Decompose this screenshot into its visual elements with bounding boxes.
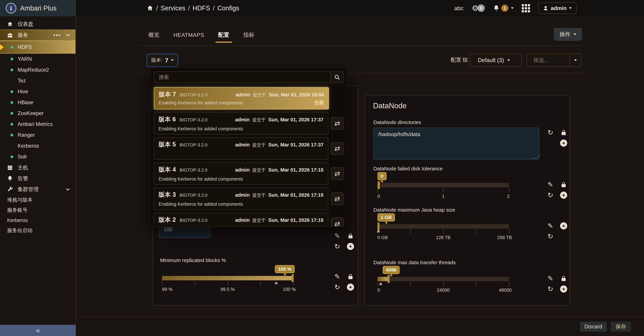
save-button[interactable]: 保存 <box>610 322 631 331</box>
discard-button[interactable]: Discard <box>580 322 607 331</box>
version-item[interactable]: 版本 6 BIGTOP-3.2.0 admin 提交于 Sun, Mar 01,… <box>154 112 328 135</box>
breadcrumb-services[interactable]: Services <box>161 5 186 12</box>
slider-track[interactable] <box>378 277 509 281</box>
edit-icon[interactable]: ✎ <box>548 222 553 229</box>
lock-icon[interactable] <box>348 273 354 280</box>
version-item[interactable]: 版本 7 BIGTOP-3.2.0 admin 提交于 Sun, Mar 01,… <box>154 87 329 109</box>
lock-icon[interactable] <box>560 130 567 136</box>
sidebar-service-kerberos[interactable]: Kerberos <box>0 141 76 151</box>
sidebar-service-mapreduce2[interactable]: MapReduce2 <box>0 65 76 75</box>
undo-icon[interactable]: ↻ <box>334 243 340 250</box>
sidebar-item-label: 堆栈与版本 <box>7 196 32 203</box>
compare-version-button[interactable]: ⇄ <box>331 218 344 227</box>
config-filter-dropdown-toggle[interactable] <box>570 54 581 67</box>
version-item[interactable]: 版本 4 BIGTOP-3.2.0 admin 提交于 Sun, Mar 01,… <box>154 162 328 185</box>
override-plus-icon[interactable]: + <box>560 285 567 292</box>
version-search-input[interactable] <box>154 72 331 83</box>
version-item[interactable]: 版本 2 BIGTOP-3.2.0 admin 提交于 Sun, Mar 01,… <box>154 213 328 227</box>
edit-icon[interactable]: ✎ <box>548 181 553 188</box>
breadcrumb-hdfs[interactable]: HDFS <box>192 5 210 12</box>
slider-value-badge[interactable]: 4096 <box>383 266 400 274</box>
tab-configs[interactable]: 配置 <box>216 31 231 39</box>
override-plus-icon[interactable]: + <box>560 222 567 229</box>
slider-value-badge[interactable]: 0 <box>378 172 386 180</box>
slider-track[interactable] <box>378 183 509 187</box>
sidebar-service-solr[interactable]: Solr <box>0 151 76 162</box>
datanode-directories-textarea[interactable]: /hadoop/hdfs/data <box>374 128 539 160</box>
user-menu-button[interactable]: admin <box>538 2 576 14</box>
sidebar-item-dashboard[interactable]: 仪表盘 <box>0 19 76 30</box>
slider-handle[interactable] <box>378 181 380 189</box>
undo-icon[interactable]: ↻ <box>548 233 553 240</box>
compare-version-button[interactable]: ⇄ <box>331 117 344 130</box>
tab-metrics[interactable]: 指标 <box>242 31 256 39</box>
views-grid-icon[interactable] <box>522 4 530 13</box>
lock-icon[interactable] <box>560 182 567 188</box>
chevron-down-icon[interactable] <box>65 33 70 38</box>
slider-track[interactable] <box>162 276 293 280</box>
service-label: HBase <box>18 99 34 106</box>
cluster-name[interactable]: abc <box>454 5 464 12</box>
sidebar-collapse-button[interactable]: « <box>0 325 76 336</box>
undo-icon[interactable]: ↻ <box>548 286 553 292</box>
more-icon[interactable] <box>54 35 55 36</box>
sidebar-item-kerberos-admin[interactable]: Kerberos <box>0 215 76 225</box>
sidebar-service-tez[interactable]: Tez <box>0 75 76 86</box>
undo-icon[interactable]: ↻ <box>548 129 553 136</box>
version-item[interactable]: 版本 3 BIGTOP-3.2.0 admin 提交于 Sun, Mar 01,… <box>154 188 328 210</box>
sidebar-service-hdfs[interactable]: HDFS <box>0 41 76 54</box>
config-version-dropdown-button[interactable]: 版本: 7 <box>147 54 178 67</box>
sidebar-item-service-accounts[interactable]: 服务账号 <box>0 205 76 215</box>
service-actions-button[interactable]: 操作 <box>554 28 582 41</box>
slider-value-badge[interactable]: 1 GB <box>378 213 395 221</box>
override-plus-icon[interactable]: + <box>347 243 354 250</box>
slider-handle[interactable] <box>292 274 294 282</box>
sidebar-item-stacks-versions[interactable]: 堆栈与版本 <box>0 195 76 205</box>
config-filter-input[interactable] <box>527 54 570 67</box>
slider-handle[interactable] <box>378 222 380 230</box>
search-button[interactable] <box>331 72 344 83</box>
lock-icon[interactable] <box>348 233 354 239</box>
sidebar-item-service-autostart[interactable]: 服务自启动 <box>0 225 76 235</box>
tab-summary[interactable]: 概览 <box>147 31 161 39</box>
sidebar-item-label: 主机 <box>18 164 28 171</box>
chevron-down-icon[interactable] <box>65 187 70 192</box>
sidebar-item-alerts[interactable]: 告警 <box>0 173 76 184</box>
compare-version-button[interactable]: ⇄ <box>331 142 344 155</box>
version-name: 版本 4 <box>158 165 176 174</box>
alerts-dropdown-button[interactable]: 1 <box>493 5 514 12</box>
caret-down-icon <box>507 59 510 61</box>
override-plus-icon[interactable]: + <box>560 140 567 147</box>
home-icon[interactable] <box>147 5 154 12</box>
edit-icon[interactable]: ✎ <box>548 275 553 282</box>
lock-icon[interactable] <box>560 275 567 281</box>
slider-handle[interactable] <box>388 275 390 283</box>
override-plus-icon[interactable]: + <box>347 283 354 291</box>
version-item[interactable]: 版本 5 BIGTOP-3.2.0 admin 提交于 Sun, Mar 01,… <box>154 137 328 160</box>
slider-track[interactable] <box>378 224 509 229</box>
background-operations-button[interactable]: ⚙ 0 <box>472 4 485 12</box>
sidebar-item-services[interactable]: 服务 <box>0 30 76 41</box>
save-bar: Discard 保存 <box>76 317 644 336</box>
sidebar-service-zookeeper[interactable]: ZooKeeper <box>0 108 76 119</box>
tab-heatmaps[interactable]: HEATMAPS <box>172 32 206 38</box>
sidebar-item-hosts[interactable]: 主机 <box>0 162 76 173</box>
sidebar-service-ambari-metrics[interactable]: Ambari Metrics <box>0 119 76 130</box>
override-plus-icon[interactable]: + <box>560 192 567 199</box>
service-label: MapReduce2 <box>18 67 49 73</box>
edit-icon[interactable]: ✎ <box>334 273 340 280</box>
version-row-2: 版本 2 BIGTOP-3.2.0 admin 提交于 Sun, Mar 01,… <box>154 213 344 227</box>
sidebar-service-yarn[interactable]: YARN <box>0 54 76 65</box>
compare-version-button[interactable]: ⇄ <box>331 192 344 205</box>
undo-icon[interactable]: ↻ <box>334 284 340 290</box>
compare-version-button[interactable]: ⇄ <box>331 167 344 180</box>
sidebar-service-hbase[interactable]: HBase <box>0 97 76 108</box>
edit-icon[interactable]: ✎ <box>334 232 340 239</box>
config-group-select[interactable]: Default (3) <box>470 54 522 67</box>
undo-icon[interactable]: ↻ <box>548 192 553 199</box>
sidebar-item-cluster-admin[interactable]: 集群管理 <box>0 184 76 195</box>
sidebar-service-hive[interactable]: Hive <box>0 86 76 97</box>
version-row-6: 版本 6 BIGTOP-3.2.0 admin 提交于 Sun, Mar 01,… <box>154 112 344 135</box>
sidebar-service-ranger[interactable]: Ranger <box>0 130 76 141</box>
slider-value-badge[interactable]: 100 % <box>275 265 295 273</box>
